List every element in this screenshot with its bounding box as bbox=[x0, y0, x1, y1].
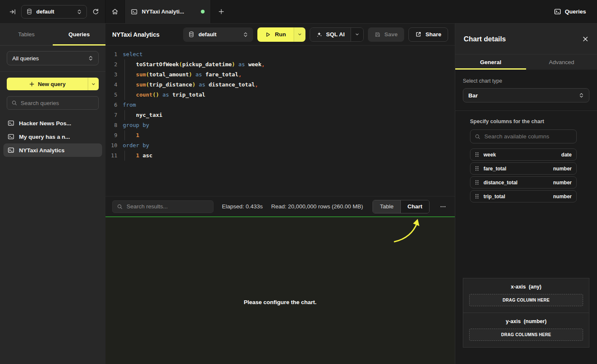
play-icon bbox=[265, 32, 271, 38]
query-list-item-my-query[interactable]: My query has a n... bbox=[3, 130, 102, 143]
new-query-button[interactable]: New query bbox=[7, 78, 88, 90]
chart-type-select[interactable]: Bar bbox=[463, 88, 589, 102]
query-list-item-nytaxi[interactable]: NYTaxi Analytics bbox=[3, 143, 102, 157]
line-number: 8 bbox=[105, 120, 117, 130]
code-text[interactable]: sum(total_amount) as fare_total, bbox=[117, 70, 455, 80]
sidebar-tab-queries[interactable]: Queries bbox=[53, 24, 105, 45]
sidebar-tab-tables[interactable]: Tables bbox=[0, 24, 53, 45]
close-panel-button[interactable] bbox=[582, 36, 589, 42]
code-line: 4 sum(trip_distance) as distance_total, bbox=[105, 80, 455, 90]
more-options-button[interactable] bbox=[438, 202, 448, 212]
drag-handle-icon bbox=[475, 194, 479, 199]
columns-search-input[interactable]: Search available columns bbox=[470, 129, 577, 143]
code-text[interactable]: sum(trip_distance) as distance_total, bbox=[117, 80, 455, 90]
new-query-dropdown-button[interactable] bbox=[88, 78, 99, 90]
chevron-down-icon bbox=[297, 32, 302, 37]
refresh-button[interactable] bbox=[92, 8, 99, 15]
search-results-input[interactable]: Search results... bbox=[112, 200, 213, 213]
tab-advanced[interactable]: Advanced bbox=[526, 54, 597, 70]
refresh-icon bbox=[92, 8, 99, 15]
column-name: fare_total bbox=[484, 166, 506, 172]
line-number: 11 bbox=[105, 151, 117, 161]
code-line: 5 count() as trip_total bbox=[105, 90, 455, 100]
tab-advanced-label: Advanced bbox=[549, 59, 574, 65]
column-row-distance-total[interactable]: distance_total number bbox=[470, 176, 577, 189]
queries-link[interactable]: Queries bbox=[554, 0, 597, 23]
code-text[interactable]: nyc_taxi bbox=[117, 110, 455, 120]
axis-configuration-card: x-axis(any) DRAG COLUMN HERE y-axis(numb… bbox=[463, 278, 589, 348]
column-row-fare-total[interactable]: fare_total number bbox=[470, 162, 577, 175]
tab-general[interactable]: General bbox=[455, 54, 526, 70]
share-button[interactable]: Share bbox=[408, 27, 448, 42]
column-row-trip-total[interactable]: trip_total number bbox=[470, 190, 577, 202]
collapse-sidebar-button[interactable] bbox=[9, 8, 16, 15]
code-line: 2 toStartOfWeek(pickup_datetime) as week… bbox=[105, 59, 455, 70]
view-tab-chart[interactable]: Chart bbox=[400, 200, 429, 213]
columns-search-placeholder: Search available columns bbox=[484, 133, 549, 140]
query-terminal-icon bbox=[8, 147, 14, 154]
sql-ai-dropdown-button[interactable] bbox=[351, 28, 363, 41]
tab-nytaxi-analytics[interactable]: NYTaxi Analyti... bbox=[125, 0, 211, 23]
sql-ai-label: SQL AI bbox=[326, 31, 345, 38]
result-view-toggle: Table Chart bbox=[373, 200, 430, 213]
code-line: 3 sum(total_amount) as fare_total, bbox=[105, 70, 455, 80]
editor-database-selector[interactable]: default bbox=[183, 27, 253, 42]
column-name: week bbox=[484, 152, 496, 158]
rows-read-stat: Read: 20,000,000 rows (260.00 MB) bbox=[271, 203, 363, 210]
home-tab[interactable] bbox=[105, 0, 125, 23]
arrow-to-bar-icon bbox=[9, 8, 16, 15]
new-tab-button[interactable] bbox=[211, 0, 231, 23]
sidebar-tab-tables-label: Tables bbox=[18, 31, 35, 38]
column-row-week[interactable]: week date bbox=[470, 148, 577, 161]
code-text[interactable]: order by bbox=[117, 140, 455, 151]
plus-icon bbox=[218, 8, 224, 15]
x-axis-drop-label: DRAG COLUMN HERE bbox=[502, 298, 549, 302]
view-tab-table[interactable]: Table bbox=[373, 200, 400, 213]
chart-details-body: Select chart type Bar Specify columns fo… bbox=[455, 70, 597, 364]
code-text[interactable]: group by bbox=[117, 120, 455, 130]
sql-ai-button[interactable]: SQL AI bbox=[310, 28, 351, 41]
code-text[interactable]: 1 bbox=[117, 130, 455, 140]
chart-details-tabs: General Advanced bbox=[455, 54, 597, 70]
chart-type-label: Select chart type bbox=[463, 78, 589, 84]
tab-title: NYTaxi Analyti... bbox=[142, 8, 184, 15]
query-filter-select[interactable]: All queries bbox=[7, 51, 99, 65]
column-type: number bbox=[553, 180, 572, 186]
code-text[interactable]: from bbox=[117, 100, 455, 110]
run-button[interactable]: Run bbox=[257, 27, 293, 42]
run-dropdown-button[interactable] bbox=[294, 27, 305, 42]
code-text[interactable]: toStartOfWeek(pickup_datetime) as week, bbox=[117, 59, 455, 70]
y-axis-drop-zone[interactable]: DRAG COLUMNS HERE bbox=[469, 329, 583, 341]
x-axis-section: x-axis(any) DRAG COLUMN HERE bbox=[463, 278, 589, 313]
search-icon bbox=[11, 100, 17, 106]
chevron-updown-icon bbox=[77, 9, 82, 15]
query-terminal-icon bbox=[8, 133, 14, 140]
search-queries-input[interactable]: Search queries bbox=[7, 96, 99, 110]
y-axis-constraint: (number) bbox=[524, 318, 546, 324]
code-lines: 1select2 toStartOfWeek(pickup_datetime) … bbox=[105, 49, 455, 161]
database-icon bbox=[188, 31, 194, 38]
code-line: 1select bbox=[105, 49, 455, 59]
code-text[interactable]: select bbox=[117, 49, 455, 59]
line-number: 1 bbox=[105, 49, 117, 59]
code-text[interactable]: 1 asc bbox=[117, 151, 455, 161]
share-label: Share bbox=[425, 31, 441, 38]
run-label: Run bbox=[275, 31, 286, 38]
results-toolbar: Search results... Elapsed: 0.433s Read: … bbox=[105, 196, 455, 216]
x-axis-drop-zone[interactable]: DRAG COLUMN HERE bbox=[469, 294, 583, 306]
code-text[interactable]: count() as trip_total bbox=[117, 90, 455, 100]
new-query-row: New query bbox=[0, 72, 105, 94]
topbar-database-selector[interactable]: default bbox=[21, 5, 87, 19]
sql-editor[interactable]: 1select2 toStartOfWeek(pickup_datetime) … bbox=[105, 46, 455, 196]
search-results-placeholder: Search results... bbox=[127, 203, 168, 210]
chart-pane: Please configure the chart. bbox=[105, 217, 455, 364]
y-axis-title: y-axis(number) bbox=[469, 318, 583, 324]
line-number: 7 bbox=[105, 110, 117, 120]
save-button[interactable]: Save bbox=[368, 27, 405, 42]
x-axis-title: x-axis(any) bbox=[469, 284, 583, 290]
query-list-item-hacker-news[interactable]: Hacker News Pos... bbox=[3, 116, 102, 130]
sparkles-icon bbox=[316, 31, 322, 38]
chevron-updown-icon bbox=[243, 32, 248, 38]
new-query-button-group: New query bbox=[7, 78, 99, 90]
code-line: 10order by bbox=[105, 140, 455, 151]
